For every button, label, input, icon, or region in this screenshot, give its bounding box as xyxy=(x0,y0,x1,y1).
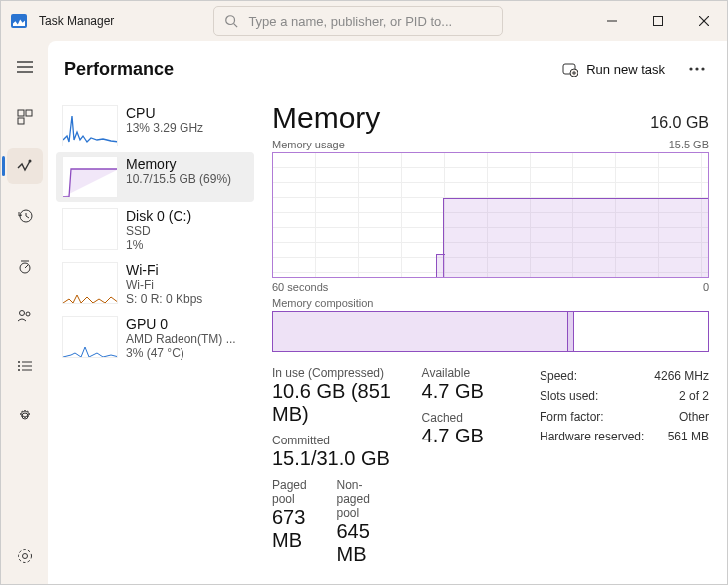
nav-users[interactable] xyxy=(7,298,43,334)
nav-performance[interactable] xyxy=(7,148,43,184)
in-use-value: 10.6 GB (851 MB) xyxy=(272,380,392,426)
available-label: Available xyxy=(422,366,510,380)
sidebar-item-sub2: 1% xyxy=(126,238,191,252)
nonpaged-label: Non-paged pool xyxy=(336,478,391,520)
sidebar-item-gpu[interactable]: GPU 0 AMD Radeon(TM) ... 3% (47 °C) xyxy=(56,312,254,364)
page-header: Performance Run new task xyxy=(48,41,727,97)
maximize-button[interactable] xyxy=(635,1,681,41)
nonpaged-value: 645 MB xyxy=(336,520,391,566)
sidebar-item-sub: 10.7/15.5 GB (69%) xyxy=(126,172,231,186)
startup-icon xyxy=(17,258,33,274)
svg-rect-9 xyxy=(18,110,24,116)
memory-capacity: 16.0 GB xyxy=(650,114,709,132)
gear-icon xyxy=(17,548,33,564)
performance-icon xyxy=(17,158,33,174)
nav-services[interactable] xyxy=(7,398,43,434)
disk-thumbnail xyxy=(62,208,118,250)
svg-rect-3 xyxy=(654,17,663,26)
hamburger-icon xyxy=(17,61,33,73)
search-placeholder: Type a name, publisher, or PID to... xyxy=(248,14,452,29)
window-title: Task Manager xyxy=(39,14,114,28)
minimize-button[interactable] xyxy=(589,1,635,41)
sidebar-item-sub: SSD xyxy=(126,224,191,238)
speed-value: 4266 MHz xyxy=(654,366,709,386)
chart-axis-right: 0 xyxy=(703,281,709,293)
cached-label: Cached xyxy=(422,411,510,425)
cpu-thumbnail xyxy=(62,105,118,146)
cached-value: 4.7 GB xyxy=(422,425,510,447)
hw-label: Hardware reserved: xyxy=(540,427,644,446)
window-controls xyxy=(589,1,727,41)
sidebar-item-label: CPU xyxy=(126,105,203,121)
committed-value: 15.1/31.0 GB xyxy=(272,447,392,470)
titlebar: Task Manager Type a name, publisher, or … xyxy=(1,1,727,41)
svg-point-27 xyxy=(18,550,31,563)
chart-usage-max: 15.5 GB xyxy=(669,139,709,150)
svg-rect-10 xyxy=(26,110,32,116)
nav-processes[interactable] xyxy=(7,99,43,135)
svg-point-12 xyxy=(28,160,31,163)
maximize-icon xyxy=(653,16,663,26)
nav-startup[interactable] xyxy=(7,248,43,284)
nav-details[interactable] xyxy=(7,348,43,384)
services-icon xyxy=(17,408,33,424)
committed-label: Committed xyxy=(272,434,392,447)
sidebar-item-sub: AMD Radeon(TM) ... xyxy=(126,332,236,346)
hamburger-button[interactable] xyxy=(7,49,43,85)
memory-composition-chart xyxy=(272,311,709,352)
hw-value: 561 MB xyxy=(668,427,709,446)
form-value: Other xyxy=(679,407,709,427)
svg-point-21 xyxy=(18,365,20,367)
search-icon xyxy=(224,14,238,28)
wifi-thumbnail xyxy=(62,262,118,304)
memory-detail: Memory 16.0 GB Memory usage 15.5 GB 60 s… xyxy=(254,97,727,584)
svg-point-32 xyxy=(689,67,692,70)
slots-label: Slots used: xyxy=(540,386,598,406)
slots-value: 2 of 2 xyxy=(679,386,709,406)
sidebar-item-sub2: 3% (47 °C) xyxy=(126,346,236,360)
svg-line-15 xyxy=(25,265,28,268)
minimize-icon xyxy=(607,16,617,26)
sidebar-item-disk[interactable]: Disk 0 (C:) SSD 1% xyxy=(56,204,254,256)
sidebar-item-memory[interactable]: Memory 10.7/15.5 GB (69%) xyxy=(56,152,254,202)
page-title: Performance xyxy=(64,59,174,80)
memory-usage-chart xyxy=(272,152,709,278)
app-icon xyxy=(11,14,27,28)
more-icon xyxy=(689,67,705,71)
close-button[interactable] xyxy=(681,1,727,41)
svg-point-34 xyxy=(701,67,704,70)
sidebar-item-label: Wi-Fi xyxy=(126,262,202,278)
sidebar-item-sub2: S: 0 R: 0 Kbps xyxy=(126,292,202,306)
more-options-button[interactable] xyxy=(683,63,711,75)
svg-rect-11 xyxy=(18,118,24,124)
sidebar-item-label: GPU 0 xyxy=(126,316,236,332)
close-icon xyxy=(699,16,709,26)
composition-label: Memory composition xyxy=(272,297,709,309)
in-use-label: In use (Compressed) xyxy=(272,366,392,380)
gpu-thumbnail xyxy=(62,316,118,358)
sidebar-item-sub: 13% 3.29 GHz xyxy=(126,121,203,135)
available-value: 4.7 GB xyxy=(422,380,510,403)
run-new-task-label: Run new task xyxy=(586,62,665,77)
sidebar-item-wifi[interactable]: Wi-Fi Wi-Fi S: 0 R: 0 Kbps xyxy=(56,258,254,310)
sidebar-item-label: Memory xyxy=(126,156,231,172)
nav-app-history[interactable] xyxy=(7,198,43,234)
svg-point-23 xyxy=(18,369,20,371)
history-icon xyxy=(17,208,33,224)
svg-point-17 xyxy=(19,311,24,316)
performance-sidebar: CPU 13% 3.29 GHz Memory 10.7/15.5 GB (69… xyxy=(48,97,254,584)
svg-line-1 xyxy=(234,24,238,28)
sidebar-item-sub: Wi-Fi xyxy=(126,278,202,292)
memory-thumbnail xyxy=(62,156,118,198)
users-icon xyxy=(17,308,33,324)
nav-settings[interactable] xyxy=(7,538,43,574)
details-icon xyxy=(17,360,33,372)
chart-axis-left: 60 seconds xyxy=(272,281,328,293)
processes-icon xyxy=(17,109,33,125)
paged-label: Paged pool xyxy=(272,478,316,506)
chart-usage-label: Memory usage xyxy=(272,139,345,150)
sidebar-item-cpu[interactable]: CPU 13% 3.29 GHz xyxy=(56,101,254,150)
run-new-task-button[interactable]: Run new task xyxy=(554,55,673,83)
svg-point-19 xyxy=(18,361,20,363)
search-input[interactable]: Type a name, publisher, or PID to... xyxy=(213,6,503,36)
